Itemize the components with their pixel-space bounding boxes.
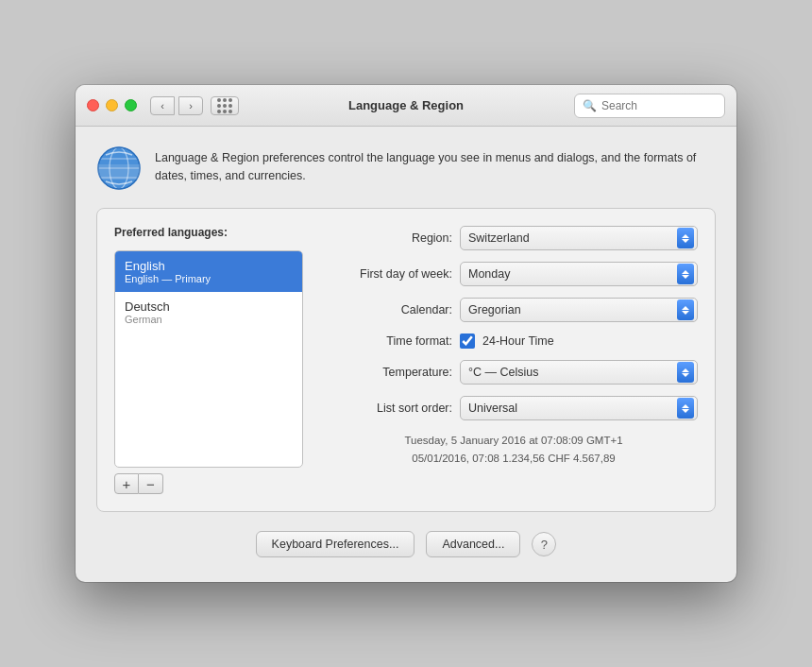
time-format-row: Time format: 24-Hour Time [330,334,698,349]
globe-icon [96,145,142,191]
region-row: Region: Switzerland United States German… [330,226,698,250]
main-window: ‹ › Language & Region 🔍 [76,85,736,582]
info-banner: Language & Region preferences control th… [96,144,716,193]
region-select[interactable]: Switzerland United States Germany [460,226,698,250]
forward-button[interactable]: › [178,96,203,115]
list-sort-row: List sort order: Universal English Deuts… [330,396,698,420]
nav-buttons: ‹ › [150,96,203,115]
temperature-select-wrapper: °C — Celsius °F — Fahrenheit [460,360,698,385]
svg-rect-6 [96,164,142,180]
first-day-label: First day of week: [330,267,452,281]
apps-button[interactable] [211,96,239,115]
content-area: Language & Region preferences control th… [76,127,736,582]
first-day-select[interactable]: Monday Sunday Saturday [460,262,698,286]
settings-section: Region: Switzerland United States German… [330,226,698,468]
calendar-select-wrapper: Gregorian Buddhist Hebrew [460,298,698,322]
time-format-label: Time format: [330,334,452,348]
sample-line2: 05/01/2016, 07:08 1.234,56 CHF 4.567,89 [330,450,698,468]
time-format-checkbox-row: 24-Hour Time [460,334,554,349]
calendar-row: Calendar: Gregorian Buddhist Hebrew [330,298,698,322]
back-button[interactable]: ‹ [150,96,175,115]
languages-section: Preferred languages: English English — P… [114,226,303,494]
main-panel: Preferred languages: English English — P… [96,208,716,512]
language-list: English English — Primary Deutsch German [114,250,303,468]
list-sort-select-wrapper: Universal English Deutsch [460,396,698,420]
keyboard-preferences-button[interactable]: Keyboard Preferences... [256,531,415,557]
temperature-row: Temperature: °C — Celsius °F — Fahrenhei… [330,360,698,385]
first-day-row: First day of week: Monday Sunday Saturda… [330,262,698,286]
help-button[interactable]: ? [532,532,556,556]
time-format-checkbox[interactable] [460,334,475,349]
calendar-select[interactable]: Gregorian Buddhist Hebrew [460,298,698,322]
search-input[interactable] [601,99,717,112]
sample-text: Tuesday, 5 January 2016 at 07:08:09 GMT+… [330,432,698,468]
search-icon: 🔍 [583,99,597,112]
language-sub-deutsch: German [125,314,293,325]
advanced-button[interactable]: Advanced... [426,531,520,557]
temperature-select[interactable]: °C — Celsius °F — Fahrenheit [460,360,698,385]
language-name-english: English [125,259,293,273]
region-select-wrapper: Switzerland United States Germany [460,226,698,250]
temperature-label: Temperature: [330,366,452,379]
sample-line1: Tuesday, 5 January 2016 at 07:08:09 GMT+… [330,432,698,450]
bottom-bar: Keyboard Preferences... Advanced... ? [96,527,716,565]
time-format-checkbox-label: 24-Hour Time [482,334,554,348]
traffic-lights [87,99,137,111]
remove-language-button[interactable]: − [139,473,163,494]
add-language-button[interactable]: + [114,473,139,494]
first-day-select-wrapper: Monday Sunday Saturday [460,262,698,286]
info-text: Language & Region preferences control th… [155,145,716,186]
titlebar: ‹ › Language & Region 🔍 [76,85,736,127]
language-buttons: + − [114,473,303,494]
apps-grid-icon [217,98,232,113]
close-button[interactable] [87,99,99,111]
window-title: Language & Region [348,98,464,112]
minimize-button[interactable] [106,99,118,111]
list-sort-select[interactable]: Universal English Deutsch [460,396,698,420]
language-item-english[interactable]: English English — Primary [115,251,302,292]
list-sort-label: List sort order: [330,402,452,415]
maximize-button[interactable] [125,99,137,111]
panel-body: Preferred languages: English English — P… [114,226,698,494]
language-item-deutsch[interactable]: Deutsch German [115,292,302,333]
preferred-languages-label: Preferred languages: [114,226,303,239]
region-label: Region: [330,231,452,245]
language-sub-english: English — Primary [125,273,293,284]
language-name-deutsch: Deutsch [125,299,293,314]
search-box[interactable]: 🔍 [574,94,725,118]
calendar-label: Calendar: [330,303,452,316]
